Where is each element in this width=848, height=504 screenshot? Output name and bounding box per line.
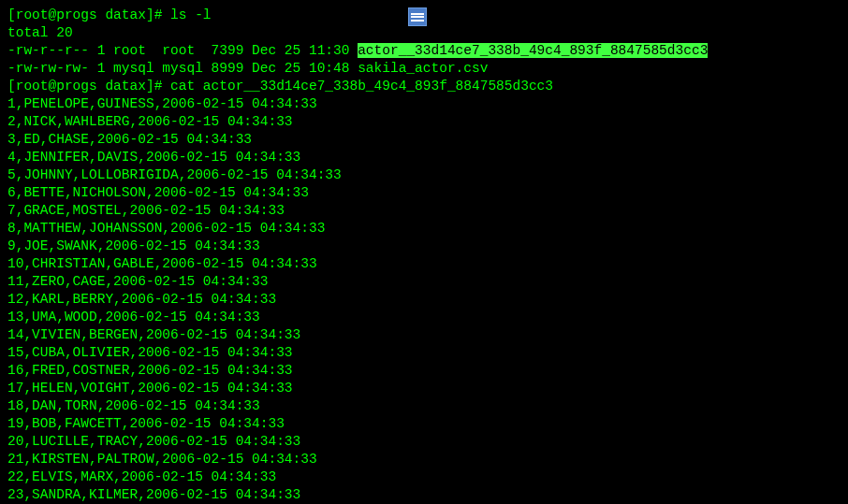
csv-row: 16,FRED,COSTNER,2006-02-15 04:34:33: [0, 362, 848, 380]
csv-row: 20,LUCILLE,TRACY,2006-02-15 04:34:33: [0, 433, 848, 451]
file-perm-info: -rw-r--r-- 1 root root 7399 Dec 25 11:30: [7, 43, 358, 58]
csv-row: 2,NICK,WAHLBERG,2006-02-15 04:34:33: [0, 113, 848, 131]
csv-row: 10,CHRISTIAN,GABLE,2006-02-15 04:34:33: [0, 255, 848, 273]
csv-row: 5,JOHNNY,LOLLOBRIGIDA,2006-02-15 04:34:3…: [0, 166, 848, 184]
shell-prompt: [root@progs datax]#: [7, 7, 170, 22]
ls-entry-2: -rw-rw-rw- 1 mysql mysql 8999 Dec 25 10:…: [0, 60, 848, 78]
command-text: ls -l: [170, 7, 212, 22]
csv-row: 9,JOE,SWANK,2006-02-15 04:34:33: [0, 238, 848, 255]
ls-entry-1: -rw-r--r-- 1 root root 7399 Dec 25 11:30…: [0, 42, 848, 60]
csv-row: 3,ED,CHASE,2006-02-15 04:34:33: [0, 131, 848, 149]
csv-row: 23,SANDRA,KILMER,2006-02-15 04:34:33: [0, 486, 848, 504]
csv-row: 17,HELEN,VOIGHT,2006-02-15 04:34:33: [0, 380, 848, 397]
prompt-line-2: [root@progs datax]# cat actor__33d14ce7_…: [0, 78, 848, 95]
csv-row: 21,KIRSTEN,PALTROW,2006-02-15 04:34:33: [0, 451, 848, 468]
csv-row: 19,BOB,FAWCETT,2006-02-15 04:34:33: [0, 415, 848, 433]
csv-row: 13,UMA,WOOD,2006-02-15 04:34:33: [0, 309, 848, 326]
menu-icon[interactable]: [408, 7, 427, 26]
csv-row: 4,JENNIFER,DAVIS,2006-02-15 04:34:33: [0, 149, 848, 166]
shell-prompt: [root@progs datax]#: [7, 79, 170, 94]
ls-total-line: total 20: [0, 24, 848, 42]
csv-row: 8,MATTHEW,JOHANSSON,2006-02-15 04:34:33: [0, 220, 848, 238]
csv-row: 11,ZERO,CAGE,2006-02-15 04:34:33: [0, 273, 848, 291]
command-text: cat actor__33d14ce7_338b_49c4_893f_88475…: [170, 79, 553, 94]
csv-output: 1,PENELOPE,GUINESS,2006-02-15 04:34:332,…: [0, 95, 848, 504]
csv-row: 6,BETTE,NICHOLSON,2006-02-15 04:34:33: [0, 184, 848, 202]
csv-row: 18,DAN,TORN,2006-02-15 04:34:33: [0, 397, 848, 415]
csv-row: 15,CUBA,OLIVIER,2006-02-15 04:34:33: [0, 344, 848, 362]
file-name-highlighted: actor__33d14ce7_338b_49c4_893f_8847585d3…: [358, 43, 708, 58]
csv-row: 14,VIVIEN,BERGEN,2006-02-15 04:34:33: [0, 326, 848, 344]
csv-row: 7,GRACE,MOSTEL,2006-02-15 04:34:33: [0, 202, 848, 220]
csv-row: 22,ELVIS,MARX,2006-02-15 04:34:33: [0, 468, 848, 486]
csv-row: 12,KARL,BERRY,2006-02-15 04:34:33: [0, 291, 848, 309]
csv-row: 1,PENELOPE,GUINESS,2006-02-15 04:34:33: [0, 95, 848, 113]
